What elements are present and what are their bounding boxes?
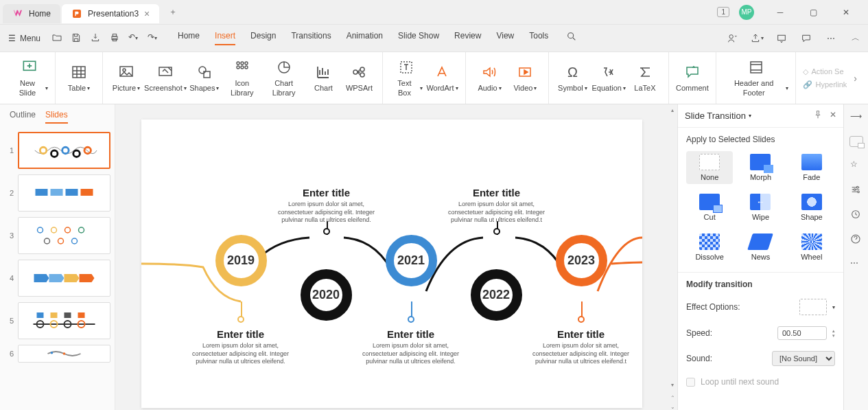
- tab-tools-menu[interactable]: Tools: [529, 31, 548, 45]
- transition-wheel[interactable]: Wheel: [788, 231, 835, 264]
- save-icon[interactable]: [71, 32, 83, 45]
- equation-button[interactable]: Equation▾: [591, 63, 625, 93]
- scroll-down-icon[interactable]: ▾: [671, 382, 674, 388]
- redo-icon[interactable]: ↷▾: [148, 32, 160, 45]
- user-assist-icon[interactable]: [725, 32, 739, 45]
- screenshot-button[interactable]: Screenshot▾: [145, 63, 185, 93]
- titlebar: Home Presentation3 × ＋ 1 MP ─ ▢ ✕: [0, 0, 868, 25]
- tab-review-menu[interactable]: Review: [454, 31, 481, 45]
- window-number-badge[interactable]: 1: [717, 7, 729, 17]
- help-icon[interactable]: [850, 234, 863, 246]
- tab-view-menu[interactable]: View: [496, 31, 514, 45]
- hyperlink-button[interactable]: 🔗 Hyperlink: [803, 80, 847, 89]
- user-avatar[interactable]: MP: [739, 5, 754, 20]
- tab-document[interactable]: Presentation3 ×: [62, 4, 159, 23]
- tab-home-menu[interactable]: Home: [178, 31, 200, 45]
- tab-design-menu[interactable]: Design: [250, 31, 276, 45]
- latex-button[interactable]: LaTeX: [629, 63, 661, 93]
- close-panel-icon[interactable]: ✕: [830, 110, 836, 122]
- slide-thumb-5[interactable]: [18, 302, 110, 339]
- add-tab-button[interactable]: ＋: [165, 4, 181, 21]
- favorites-icon[interactable]: ☆: [850, 159, 863, 172]
- tab-insert-menu[interactable]: Insert: [215, 31, 235, 45]
- year-2020: 2020: [301, 269, 352, 321]
- close-tab-icon[interactable]: ×: [144, 8, 150, 19]
- symbol-button[interactable]: ΩSymbol▾: [556, 63, 589, 93]
- speed-stepper[interactable]: ▴▾: [832, 328, 835, 338]
- outline-tab[interactable]: Outline: [10, 110, 36, 124]
- right-sidebar: ⟶ ☆ ⋯: [843, 104, 868, 410]
- new-slide-button[interactable]: New Slide▾: [11, 58, 48, 97]
- effect-options-caret[interactable]: ▾: [832, 304, 835, 310]
- pin-panel-icon[interactable]: [813, 110, 823, 122]
- slide-canvas[interactable]: 2019 2020 2021 2022 2023 Enter titleLore…: [141, 119, 642, 408]
- transition-dissolve[interactable]: Dissolve: [686, 231, 733, 264]
- transition-wipe[interactable]: ←Wipe: [737, 191, 784, 224]
- expand-panel-icon[interactable]: ⟶: [850, 111, 863, 124]
- tab-transitions-menu[interactable]: Transitions: [291, 31, 331, 45]
- prev-slide-icon[interactable]: ⌃: [670, 395, 675, 401]
- slide-thumb-2[interactable]: [18, 174, 110, 212]
- present-icon[interactable]: [775, 32, 788, 45]
- textbox-button[interactable]: Text Box▾: [390, 58, 423, 97]
- history-icon[interactable]: [850, 209, 863, 221]
- menu-button[interactable]: ☰ Menu: [8, 34, 40, 43]
- comment-button[interactable]: Comment: [676, 63, 709, 93]
- header-footer-button[interactable]: Header and Footer▾: [723, 58, 789, 97]
- share-icon[interactable]: ▾: [750, 32, 764, 45]
- undo-icon[interactable]: ↶▾: [128, 32, 141, 45]
- slide-thumb-6[interactable]: [18, 345, 110, 363]
- comment-bubble-icon[interactable]: [799, 32, 813, 45]
- export-icon[interactable]: [90, 32, 102, 45]
- settings-sliders-icon[interactable]: [850, 184, 863, 196]
- speed-input[interactable]: [777, 326, 827, 340]
- shapes-button[interactable]: Shapes▾: [188, 63, 221, 93]
- transition-morph[interactable]: Morph: [737, 151, 784, 184]
- chart-button[interactable]: Chart: [307, 63, 340, 93]
- icon-library-button[interactable]: Icon Library: [224, 58, 261, 97]
- next-slide-icon[interactable]: ⌄: [670, 404, 675, 410]
- loop-sound-checkbox[interactable]: [686, 378, 695, 387]
- slide-thumb-1[interactable]: [18, 132, 110, 169]
- transition-fade[interactable]: Fade: [788, 151, 835, 184]
- effect-options-dropdown[interactable]: [799, 299, 827, 315]
- collapse-ribbon-icon[interactable]: ︿: [849, 32, 863, 45]
- slide-thumb-4[interactable]: [18, 260, 110, 297]
- print-icon[interactable]: [109, 32, 121, 45]
- picture-button[interactable]: Picture▾: [110, 63, 143, 93]
- wordart-button[interactable]: WordArt▾: [425, 63, 458, 93]
- video-button[interactable]: Video▾: [508, 63, 541, 93]
- more-icon[interactable]: ⋯: [824, 32, 838, 45]
- slide-thumb-3[interactable]: [18, 217, 110, 254]
- maximize-icon[interactable]: ▢: [806, 5, 820, 19]
- transition-none[interactable]: None: [686, 151, 733, 184]
- minimize-icon[interactable]: ─: [773, 5, 787, 19]
- open-folder-icon[interactable]: [51, 32, 64, 45]
- chart-library-button[interactable]: Chart Library: [263, 58, 305, 97]
- tab-animation-menu[interactable]: Animation: [347, 31, 383, 45]
- scroll-up-icon[interactable]: ▴: [671, 107, 674, 113]
- transition-news[interactable]: News: [737, 231, 784, 264]
- slides-tab[interactable]: Slides: [45, 110, 68, 124]
- sound-select[interactable]: [No Sound]: [772, 351, 835, 366]
- tab-home[interactable]: Home: [3, 4, 60, 23]
- svg-point-27: [40, 147, 47, 154]
- transition-shape[interactable]: Shape: [788, 191, 835, 224]
- transition-cut[interactable]: Cut: [686, 191, 733, 224]
- ribbon-scroll-right-icon[interactable]: ›: [854, 73, 857, 84]
- svg-rect-26: [751, 62, 762, 73]
- action-settings-button[interactable]: ◇ Action Se: [803, 67, 847, 76]
- year-2022: 2022: [471, 269, 522, 321]
- transition-pane-icon[interactable]: [849, 136, 863, 147]
- svg-point-10: [123, 69, 126, 71]
- svg-marker-44: [49, 274, 64, 282]
- effect-options-label: Effect Options:: [686, 302, 794, 312]
- more-options-icon[interactable]: ⋯: [850, 258, 863, 271]
- audio-button[interactable]: Audio▾: [473, 63, 506, 93]
- search-icon[interactable]: [566, 31, 577, 45]
- wpsart-button[interactable]: WPSArt: [342, 63, 375, 93]
- close-window-icon[interactable]: ✕: [839, 5, 853, 19]
- canvas-scrollbar[interactable]: ▴ ▾ ⌃ ⌄: [668, 104, 677, 410]
- table-button[interactable]: Table▾: [62, 63, 95, 93]
- tab-slideshow-menu[interactable]: Slide Show: [398, 31, 439, 45]
